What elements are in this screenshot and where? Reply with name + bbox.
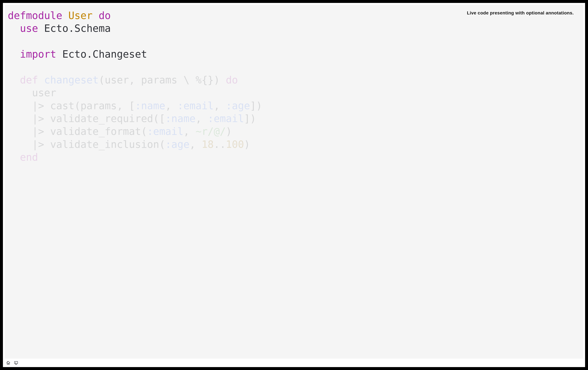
code-token: User [68,10,93,21]
code-token: :email [147,126,184,137]
code-token: :name [135,100,165,112]
home-icon[interactable] [6,360,11,365]
code-line: use Ecto.Schema [8,22,111,34]
code-line: |> validate_format(:email, ~r/@/) [8,126,232,137]
code-token: ]) [244,113,256,125]
code-token: 100 [226,138,244,150]
code-token: , [165,100,178,112]
code-token: :email [208,113,244,125]
code-token: user [8,87,56,99]
code-token: |> validate_format( [8,126,147,137]
code-token [8,48,20,60]
code-token: Ecto.Changeset [56,48,147,60]
code-token: :age [165,138,189,150]
code-token: :name [165,113,196,125]
code-token: (user, params \ %{}) [99,74,226,86]
code-token: , [214,100,226,112]
code-token [8,151,20,163]
code-line: user [8,87,56,99]
toolbar [3,359,585,367]
code-token: changeset [44,74,99,86]
code-token: defmodule [8,10,62,21]
code-token: Ecto.Schema [38,22,111,34]
code-token: import [20,48,56,60]
code-line: |> validate_inclusion(:age, 18..100) [8,138,250,150]
code-token: def [20,74,38,86]
code-line: |> cast(params, [:name, :email, :age]) [8,100,262,112]
code-token [8,74,20,86]
code-token: |> cast(params, [ [8,100,135,112]
code-token: ) [244,138,250,150]
code-token: |> validate_inclusion( [8,138,165,150]
svg-rect-0 [14,361,18,364]
code-token: .. [214,138,226,150]
code-block: defmodule User do use Ecto.Schema import… [5,9,583,164]
code-token: |> validate_required([ [8,113,165,125]
code-token: ]) [250,100,262,112]
code-token: 18 [201,138,214,150]
code-token [38,74,44,86]
code-token: use [20,22,38,34]
code-line: |> validate_required([:name, :email]) [8,113,256,125]
code-token: end [20,151,38,163]
code-token: , [189,138,202,150]
code-line: def changeset(user, params \ %{}) do [8,74,238,86]
slide-annotation: Live code presenting with optional annot… [467,11,574,16]
code-token [62,10,68,21]
slide: Live code presenting with optional annot… [5,5,583,359]
code-line: end [8,151,38,163]
code-token: do [99,10,111,21]
code-token: , [184,126,196,137]
code-token: ) [226,126,232,137]
code-line: defmodule User do [8,10,111,21]
code-token: ~r/@/ [196,126,226,137]
code-token: :email [177,100,214,112]
screen-icon[interactable] [14,360,19,365]
code-token: do [226,74,238,86]
code-token [93,10,99,21]
code-token: , [196,113,208,125]
code-token [8,22,20,34]
code-line: import Ecto.Changeset [8,48,147,60]
code-token: :age [226,100,250,112]
presentation-frame: Live code presenting with optional annot… [3,3,585,367]
